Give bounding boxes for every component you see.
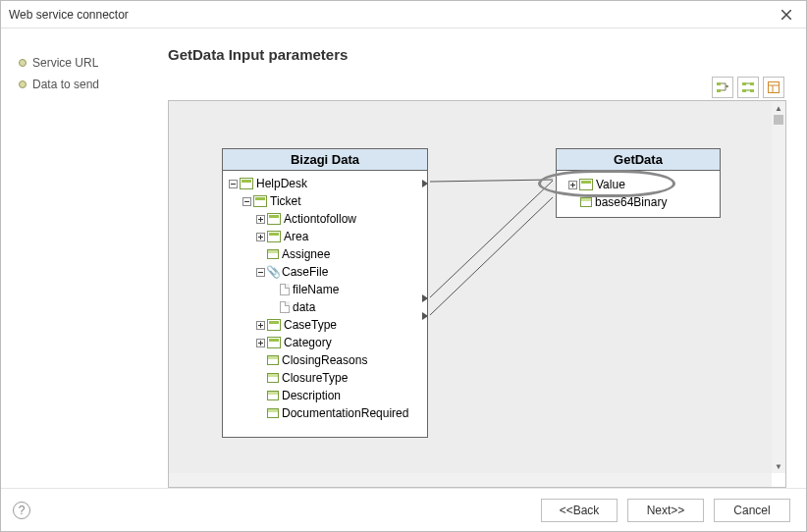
bullet-icon — [19, 59, 27, 67]
tree-node-helpdesk[interactable]: HelpDesk — [223, 175, 427, 192]
bullet-icon — [19, 80, 27, 88]
layout-icon — [767, 80, 780, 94]
expand-icon[interactable] — [568, 181, 577, 189]
tree-node[interactable]: Assignee — [223, 245, 427, 263]
vertical-scrollbar[interactable]: ▲ ▼ — [772, 101, 785, 473]
tree-node-value[interactable]: Value — [557, 176, 720, 193]
sidebar-item-service-url[interactable]: Service URL — [19, 52, 158, 74]
collapse-icon[interactable] — [256, 268, 265, 277]
dialog-body: Service URL Data to send GetData Input p… — [1, 28, 806, 488]
mapping-icon — [716, 80, 729, 94]
tree-node[interactable]: Description — [223, 387, 427, 404]
getdata-tree: Value base64Binary — [557, 171, 720, 217]
title-bar: Web service connector — [1, 1, 806, 28]
tree-label: Category — [284, 336, 332, 349]
tree-label: Actiontofollow — [284, 212, 356, 226]
horizontal-scrollbar[interactable] — [169, 473, 772, 487]
tree-node-base64[interactable]: base64Binary — [557, 193, 720, 211]
tree-node[interactable]: ClosingReasons — [223, 351, 427, 369]
collapse-icon[interactable] — [242, 197, 251, 206]
cancel-button[interactable]: Cancel — [714, 499, 790, 522]
sidebar-item-data-to-send[interactable]: Data to send — [19, 74, 158, 95]
close-button[interactable] — [775, 3, 798, 27]
attribute-icon — [267, 391, 279, 400]
entity-icon — [240, 178, 253, 189]
tree-label: data — [293, 300, 315, 314]
tree-label: Description — [282, 389, 341, 402]
scroll-down-arrow[interactable]: ▼ — [772, 459, 785, 473]
getdata-box-header: GetData — [557, 149, 720, 171]
file-icon — [280, 301, 290, 313]
tree-label: HelpDesk — [256, 177, 307, 190]
svg-rect-7 — [750, 82, 754, 85]
tree-label: CaseType — [284, 318, 337, 332]
mapping-canvas-container: Bizagi Data HelpDesk Ticket Actiontof — [168, 100, 786, 488]
main-panel: GetData Input parameters B — [168, 28, 806, 488]
attribute-icon — [267, 408, 279, 418]
svg-marker-4 — [726, 85, 728, 88]
svg-rect-5 — [742, 82, 746, 85]
collapse-icon[interactable] — [229, 180, 238, 188]
tree-label: Value — [596, 178, 625, 191]
tree-node[interactable]: Area — [223, 228, 427, 245]
expand-icon[interactable] — [256, 321, 265, 330]
tree-label: ClosureType — [282, 371, 348, 385]
entity-icon — [253, 195, 267, 207]
file-icon — [280, 284, 290, 295]
expand-icon[interactable] — [256, 339, 265, 347]
tree-node-ticket[interactable]: Ticket — [223, 192, 427, 210]
svg-rect-2 — [717, 82, 721, 85]
footer-buttons: <<Back Next>> Cancel — [541, 499, 790, 522]
entity-icon — [267, 231, 281, 242]
attribute-icon — [267, 249, 279, 259]
back-button[interactable]: <<Back — [541, 499, 618, 522]
bizagi-box-header: Bizagi Data — [223, 149, 427, 171]
svg-line-13 — [430, 181, 553, 297]
getdata-box[interactable]: GetData Value base64Binary — [556, 148, 721, 218]
svg-rect-9 — [769, 82, 780, 93]
tree-node[interactable]: Actiontofollow — [223, 210, 427, 228]
attribute-icon — [580, 197, 592, 207]
next-button[interactable]: Next>> — [627, 499, 704, 522]
sidebar-item-label: Service URL — [32, 56, 98, 70]
button-label: Cancel — [733, 504, 770, 517]
tree-node[interactable]: data — [223, 298, 427, 316]
tree-label: Assignee — [282, 247, 330, 261]
tree-node[interactable]: ClosureType — [223, 369, 427, 387]
tree-label: ClosingReasons — [282, 353, 367, 367]
entity-icon — [267, 337, 281, 348]
dialog-footer: ? <<Back Next>> Cancel — [1, 488, 806, 531]
tree-node-casefile[interactable]: 📎CaseFile — [223, 263, 427, 281]
toolbar-button-3[interactable] — [763, 77, 784, 98]
button-label: <<Back — [560, 504, 600, 517]
close-icon — [781, 10, 791, 20]
attribute-icon — [267, 373, 279, 383]
expand-icon[interactable] — [256, 233, 265, 241]
scroll-thumb[interactable] — [774, 115, 783, 125]
sidebar-item-label: Data to send — [32, 78, 99, 91]
tree-label: Ticket — [270, 194, 301, 208]
tree-label: DocumentationRequired — [282, 406, 408, 420]
mapping-canvas[interactable]: Bizagi Data HelpDesk Ticket Actiontof — [169, 101, 772, 473]
help-button[interactable]: ? — [13, 502, 30, 519]
bizagi-data-box[interactable]: Bizagi Data HelpDesk Ticket Actiontof — [222, 148, 428, 438]
tree-label: base64Binary — [595, 195, 667, 209]
tree-node[interactable]: Category — [223, 334, 427, 351]
output-port[interactable] — [422, 312, 428, 320]
toolbar-button-2[interactable] — [737, 77, 759, 98]
help-icon: ? — [19, 504, 26, 517]
page-heading: GetData Input parameters — [168, 46, 786, 63]
entity-icon — [267, 319, 281, 331]
output-port[interactable] — [422, 294, 428, 302]
svg-rect-8 — [750, 89, 754, 92]
wizard-sidebar: Service URL Data to send — [1, 28, 168, 488]
output-port[interactable] — [422, 180, 428, 187]
svg-line-12 — [430, 180, 553, 182]
tree-label: CaseFile — [282, 265, 328, 279]
tree-node[interactable]: CaseType — [223, 316, 427, 334]
expand-icon[interactable] — [256, 215, 265, 224]
scroll-up-arrow[interactable]: ▲ — [772, 101, 785, 115]
toolbar-button-1[interactable] — [712, 77, 733, 98]
tree-node[interactable]: fileName — [223, 281, 427, 298]
tree-node[interactable]: DocumentationRequired — [223, 404, 427, 422]
